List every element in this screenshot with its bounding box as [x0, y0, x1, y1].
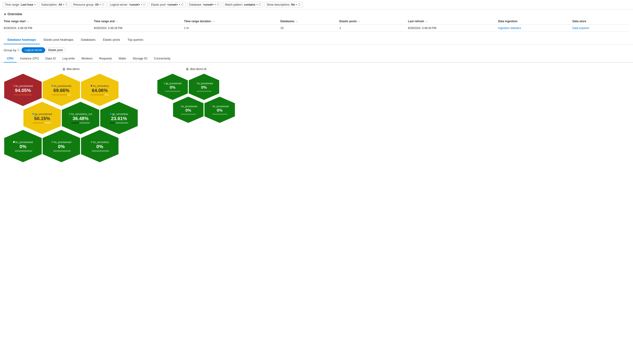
time-range-label: Time range: [5, 3, 20, 6]
hex-bar-fill [14, 94, 32, 96]
elastic-pool-filter[interactable]: Elastic pool: <unset> ▾ ⓘ [149, 2, 186, 7]
logical-server-filter[interactable]: Logical server: <unset> ▾ ⓘ [108, 2, 148, 7]
time-range-filter[interactable]: Time range: Last hour ▾ [3, 2, 38, 7]
status-dot [211, 106, 212, 107]
hex-bar [212, 114, 227, 115]
hex-db-name: bc_provisioned [13, 84, 33, 87]
hex-bar [165, 91, 180, 92]
hex-cell[interactable]: hs_serverless 64.06% [81, 74, 119, 106]
subscription-filter[interactable]: Subscription: All ▾ ⓘ [39, 2, 70, 7]
elastic-pool-value: <unset> [167, 3, 178, 6]
group-by-logical-server-button[interactable]: Logical server [22, 47, 45, 53]
hex-value: 36.48% [73, 116, 89, 121]
show-descriptions-filter[interactable]: Show descriptions: No ▾ ⓘ [265, 2, 303, 7]
sub-tab-connectivity[interactable]: Connectivity [151, 55, 174, 62]
hex-cell[interactable]: bc_provisioned 94.05% [4, 74, 42, 106]
resource-group-filter[interactable]: Resource group: All ▾ ⓘ [71, 2, 106, 7]
hex-cell[interactable]: hs_provisioned 0% [43, 130, 80, 162]
chevron-down-icon: ▾ [296, 3, 297, 6]
cell-databases: 10 [280, 24, 339, 32]
col-time-end[interactable]: Time range end ↑↓ [94, 18, 184, 24]
sub-tab-log-write[interactable]: Log write [59, 55, 78, 62]
hex-cell[interactable]: hs_provisioned 0% [189, 74, 219, 100]
chevron-down-icon: ▾ [256, 3, 258, 6]
overview-title: Overview [8, 12, 22, 16]
chevron-up-icon: ∧ [4, 12, 6, 16]
main-tab-top-queries[interactable]: Top queries [124, 36, 147, 44]
cell-data-ingestion[interactable]: Ingestion statistics [498, 24, 572, 32]
hex-cell[interactable]: gp_provisioned 50.15% [24, 102, 61, 134]
col-duration[interactable]: Time range duration ↑↓ [184, 18, 280, 24]
match-pattern-filter[interactable]: Match pattern: contains ▾ ⓘ [223, 2, 263, 7]
hex-cell[interactable]: bc_provisioned 0% [173, 97, 204, 123]
col-last-refresh[interactable]: Last refresh ↑↓ [408, 18, 498, 24]
hex-cell[interactable]: bc_provisioned 0% [204, 97, 235, 123]
data-explorer-link[interactable]: Data explorer [572, 26, 589, 30]
col-data-store: Data store [572, 18, 629, 24]
hex-cell[interactable]: hs_serverless 0% [81, 130, 119, 162]
status-dot [13, 141, 15, 143]
cell-data-store[interactable]: Data explorer [572, 24, 629, 32]
hex-cell[interactable]: hs_serverless_nr1 36.48% [62, 102, 99, 134]
hex-value: 0% [186, 108, 191, 113]
col-elastic-pools[interactable]: Elastic pools ↑↓ [339, 18, 408, 24]
sub-tab-requests[interactable]: Requests [96, 55, 115, 62]
hex-grid: bc_provisioned 94.05% hs_provisioned [4, 73, 138, 163]
hex-inner: gp_serverless 23.61% [100, 112, 138, 124]
info-icon: ⓘ [259, 3, 261, 6]
col-databases[interactable]: Databases ↑↓ [280, 18, 339, 24]
hex-bar [90, 94, 109, 96]
sub-tab-instance-cpu[interactable]: Instance CPU [17, 55, 42, 62]
main-tabs: Database heatmapsElastic pool heatmapsDa… [0, 36, 633, 44]
hex-value: 23.61% [111, 116, 127, 121]
hex-inner: bc_provisioned 94.05% [4, 84, 42, 96]
sub-tab-storage-io[interactable]: Storage IO [129, 55, 151, 62]
hex-wrapper: hs_provisioned 69.66% [43, 74, 80, 106]
overview-header[interactable]: ∧ Overview [4, 12, 629, 16]
main-tab-databases[interactable]: Databases [77, 36, 99, 44]
hex-bar [110, 122, 128, 124]
hex-bar [52, 150, 71, 152]
hex-wrapper: hs_serverless 0% [81, 130, 119, 162]
info-icon: ⓘ [181, 3, 184, 6]
logical-server-value: <unset> [129, 3, 140, 6]
status-dot [179, 106, 181, 107]
sort-icon: ↑↓ [358, 20, 360, 23]
hex-cell[interactable]: gp_provisioned 0% [157, 74, 188, 100]
hex-db-name: gp_provisioned [32, 112, 52, 116]
hex-cell[interactable]: gp_serverless 23.61% [100, 102, 138, 134]
main-tab-elastic-pool-heatmaps[interactable]: Elastic pool heatmaps [40, 36, 77, 44]
hex-bar [14, 150, 32, 152]
main-tab-elastic-pools[interactable]: Elastic pools [99, 36, 124, 44]
info-icon: ⓘ [65, 3, 68, 6]
hex-bar-fill [110, 122, 116, 124]
status-dot [32, 113, 34, 115]
hex-cell[interactable]: hs_provisioned 69.66% [43, 74, 80, 106]
cell-last-refresh: 8/29/2024, 5:48:28 PM [408, 24, 498, 32]
col-time-start[interactable]: Time range start ↑↓ [4, 18, 94, 24]
group-by-elastic-pool-button[interactable]: Elastic pool [45, 47, 66, 53]
hex-db-name: hs_serverless [91, 141, 109, 144]
sort-icon: ↑↓ [296, 20, 298, 23]
resource-group-value: All [95, 3, 99, 6]
sub-tab-waits[interactable]: Waits [115, 55, 129, 62]
hex-wrapper: hs_provisioned 0% [189, 74, 219, 100]
group-by-section: Group by ⓘ Logical serverElastic pool [0, 44, 633, 55]
info-icon: ⓘ [298, 3, 300, 6]
info-icon: ⓘ [217, 3, 219, 6]
sub-tab-workers[interactable]: Workers [78, 55, 96, 62]
hex-db-name: hs_provisioned [195, 82, 213, 85]
hex-row: bc_provisioned 0% bc_provisioned 0% [173, 96, 235, 123]
database-filter[interactable]: Database: <unset> ▾ ⓘ [187, 2, 222, 7]
match-pattern-value: contains [244, 3, 255, 6]
ingestion-statistics-link[interactable]: Ingestion statistics [498, 26, 521, 30]
group-by-buttons: Logical serverElastic pool [22, 47, 66, 53]
sort-icon: ↑↓ [212, 20, 215, 23]
main-tab-database-heatmaps[interactable]: Database heatmaps [4, 36, 40, 44]
status-dot [52, 141, 53, 143]
sub-tab-data-io[interactable]: Data IO [42, 55, 59, 62]
hex-row: bc_provisioned 94.05% hs_provisioned [4, 73, 138, 106]
overview-section: ∧ Overview Time range start ↑↓ Time rang… [0, 9, 633, 32]
hex-cell[interactable]: bc_provisioned 0% [4, 130, 42, 162]
sub-tab-cpu[interactable]: CPU [4, 55, 17, 62]
